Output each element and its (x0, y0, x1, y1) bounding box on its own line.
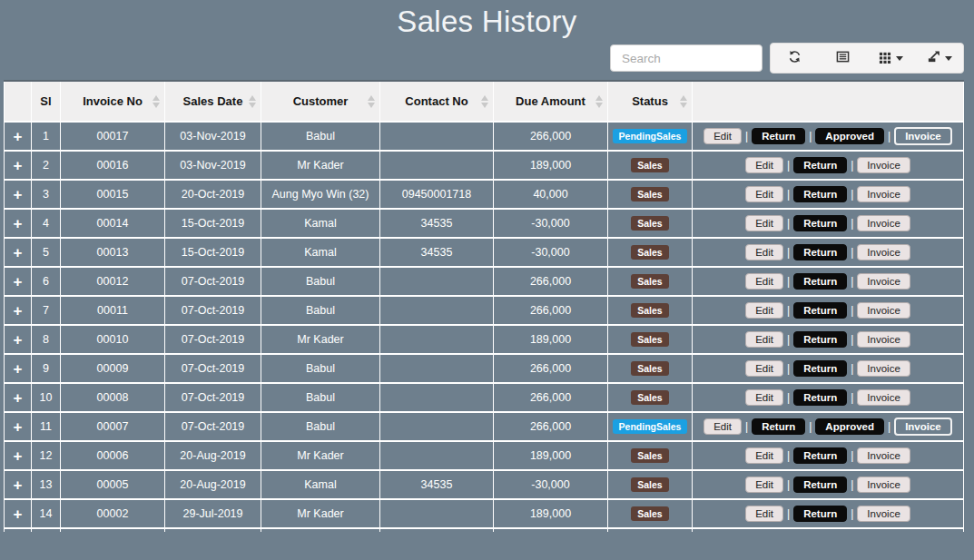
toggle-view-button[interactable] (819, 44, 867, 73)
table-row: +30001520-Oct-2019Aung Myo Win (32)09450… (5, 180, 964, 209)
edit-button[interactable]: Edit (703, 418, 742, 435)
expand-row-button[interactable]: + (14, 419, 23, 435)
column-header-sl: Sl (32, 81, 61, 122)
expand-row-button[interactable]: + (14, 332, 23, 348)
return-button[interactable]: Return (793, 273, 847, 290)
expand-row-button[interactable]: + (14, 361, 23, 377)
approved-button[interactable]: Approved (815, 418, 884, 435)
edit-button[interactable]: Edit (745, 244, 783, 260)
cell-sales-date: 15-Oct-2019 (165, 238, 261, 267)
invoice-button[interactable]: Invoice (857, 157, 910, 173)
cell-invoice-no: 00005 (61, 470, 165, 499)
expand-row-button[interactable]: + (14, 390, 23, 406)
edit-button[interactable]: Edit (745, 360, 783, 377)
action-separator: | (851, 246, 853, 259)
table-body: +10001703-Nov-2019Babul266,000PendingSal… (5, 122, 964, 532)
expand-row-button[interactable]: + (14, 303, 23, 319)
expand-row-button[interactable]: + (14, 216, 23, 231)
expand-row-button[interactable]: + (14, 477, 23, 493)
edit-button[interactable]: Edit (745, 273, 783, 290)
cell-sales-date: 29-Jul-2019 (165, 499, 261, 528)
search-input[interactable] (610, 44, 762, 72)
expand-row-button[interactable]: + (14, 158, 23, 173)
column-header-invoice-no[interactable]: Invoice No (61, 81, 165, 122)
column-header-sales-date[interactable]: Sales Date (165, 81, 261, 122)
return-button[interactable]: Return (793, 506, 847, 522)
sort-icon[interactable] (368, 95, 375, 108)
return-button[interactable]: Return (793, 186, 847, 202)
sort-icon[interactable] (152, 95, 160, 108)
invoice-button[interactable]: Invoice (857, 186, 910, 202)
cell-sl: 12 (32, 441, 61, 470)
refresh-button[interactable] (771, 44, 819, 73)
edit-button[interactable]: Edit (745, 447, 783, 464)
invoice-button[interactable]: Invoice (857, 389, 910, 406)
column-header-status[interactable]: Status (608, 81, 693, 122)
table-row: +80001007-Oct-2019Mr Kader189,000SalesEd… (5, 325, 964, 354)
sort-icon[interactable] (595, 95, 603, 108)
edit-button[interactable]: Edit (703, 128, 742, 144)
expand-row-button[interactable]: + (14, 245, 23, 260)
cell-customer: Kamal (261, 209, 380, 238)
cell-sl: 5 (32, 238, 61, 267)
invoice-button[interactable]: Invoice (857, 476, 910, 493)
edit-button[interactable]: Edit (745, 157, 783, 173)
invoice-button[interactable]: Invoice (857, 244, 910, 260)
cell-customer: Babul (261, 122, 380, 151)
return-button[interactable]: Return (793, 215, 847, 231)
export-button[interactable] (915, 44, 963, 73)
edit-button[interactable]: Edit (745, 389, 783, 406)
return-button[interactable]: Return (793, 360, 847, 377)
sort-icon[interactable] (680, 95, 687, 108)
expand-row-button[interactable]: + (14, 274, 23, 290)
invoice-button[interactable]: Invoice (857, 360, 910, 377)
approved-button[interactable]: Approved (815, 128, 884, 144)
return-button[interactable]: Return (793, 389, 847, 406)
edit-button[interactable]: Edit (745, 215, 783, 231)
edit-button[interactable]: Edit (745, 302, 783, 319)
return-button[interactable]: Return (793, 331, 847, 348)
sort-icon[interactable] (249, 95, 256, 108)
action-separator: | (851, 391, 853, 404)
list-toggle-icon (836, 50, 850, 66)
return-button[interactable]: Return (793, 447, 847, 464)
expand-row-button[interactable]: + (14, 187, 23, 202)
invoice-button[interactable]: Invoice (857, 215, 910, 231)
invoice-button[interactable]: Invoice (894, 127, 952, 145)
status-badge: Sales (631, 303, 668, 318)
invoice-button[interactable]: Invoice (857, 331, 910, 348)
cell-sales-date: 20-Aug-2019 (165, 441, 261, 470)
edit-button[interactable]: Edit (745, 331, 783, 348)
invoice-button[interactable]: Invoice (857, 273, 910, 290)
return-button[interactable]: Return (793, 244, 847, 260)
invoice-button[interactable]: Invoice (857, 302, 910, 319)
edit-button[interactable]: Edit (745, 476, 783, 493)
invoice-button[interactable]: Invoice (857, 506, 910, 522)
cell-status: Sales (608, 209, 693, 238)
edit-button[interactable]: Edit (745, 506, 783, 522)
columns-button[interactable] (867, 44, 915, 73)
return-button[interactable]: Return (793, 476, 847, 493)
return-button[interactable]: Return (793, 157, 847, 173)
return-button[interactable]: Return (752, 128, 805, 144)
cell-invoice-no: 00010 (61, 325, 165, 354)
cell-invoice-no: 00017 (61, 122, 165, 151)
cell-contact-no: 34535 (380, 238, 494, 267)
expand-row-button[interactable]: + (14, 506, 23, 522)
expand-row-button[interactable]: + (14, 448, 23, 464)
action-separator: | (851, 507, 853, 520)
column-header-due-amount[interactable]: Due Amount (494, 81, 608, 122)
column-header-customer[interactable]: Customer (261, 81, 380, 122)
edit-button[interactable]: Edit (745, 186, 783, 202)
sort-icon[interactable] (481, 95, 488, 108)
return-button[interactable]: Return (752, 418, 805, 435)
cell-invoice-no: 00013 (61, 238, 165, 267)
invoice-button[interactable]: Invoice (894, 418, 952, 436)
return-button[interactable]: Return (793, 302, 847, 319)
invoice-button[interactable]: Invoice (857, 447, 910, 464)
cell-sales-date: 20-Aug-2019 (165, 470, 261, 499)
column-header-contact-no[interactable]: Contact No (380, 81, 494, 122)
cell-contact-no (380, 383, 494, 412)
expand-row-button[interactable]: + (14, 129, 23, 144)
table-row-partial (5, 528, 964, 532)
